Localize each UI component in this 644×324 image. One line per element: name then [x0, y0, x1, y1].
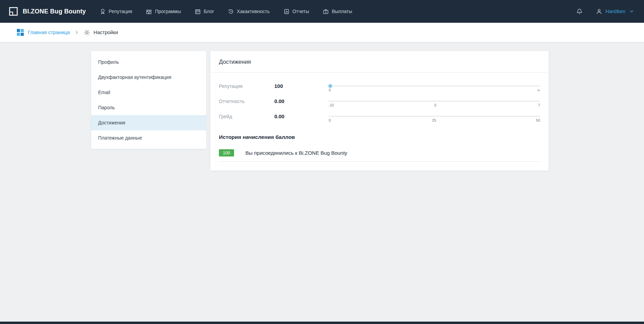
scale-max: 7 — [537, 103, 540, 108]
footer-strip — [0, 322, 644, 324]
metric-value: 0.00 — [274, 98, 329, 104]
nav-item-label: Выплаты — [332, 9, 352, 14]
scale-max: ∞ — [537, 88, 540, 92]
bell-icon — [576, 8, 583, 15]
breadcrumb: Главная страница Настройки — [0, 23, 644, 42]
top-navbar: BI.ZONE Bug Bounty Репутация Программы — [0, 0, 644, 23]
nav-item-label: Отчеты — [293, 9, 309, 14]
report-icon — [284, 9, 289, 14]
nav-item-label: Блог — [204, 9, 214, 14]
points-history-section: История начисления баллов 100 Вы присоед… — [210, 131, 549, 162]
menu-item-2fa[interactable]: Двухфакторная аутентификация — [91, 70, 206, 85]
points-history-title: История начисления баллов — [219, 134, 540, 140]
menu-item-label: Платежные данные — [98, 135, 142, 141]
breadcrumb-home-label: Главная страница — [28, 30, 70, 35]
menu-item-label: Профиль — [98, 59, 119, 65]
user-menu[interactable]: Han0ken — [596, 8, 634, 15]
points-badge: 100 — [219, 149, 234, 156]
metrics-section: Репутация 100 0 ∞ Отчетность 0.00 — [210, 73, 549, 131]
scale-min: 0 — [329, 88, 332, 92]
metric-value: 0.00 — [274, 113, 329, 120]
brand-title: BI.ZONE Bug Bounty — [23, 8, 86, 15]
nav-item-reports[interactable]: Отчеты — [284, 9, 309, 14]
history-entry-text: Вы присоединились к Bi.ZONE Bug Bounty — [245, 150, 347, 156]
slider-scale: -10 0 7 — [329, 103, 540, 108]
content-area: Профиль Двухфакторная аутентификация Ema… — [0, 42, 644, 324]
metric-value: 100 — [274, 83, 329, 89]
menu-item-label: Email — [98, 90, 110, 95]
nav-item-label: Программы — [155, 9, 181, 14]
menu-item-achievements[interactable]: Достижения — [91, 115, 206, 130]
chevron-down-icon — [630, 10, 634, 13]
building-icon — [146, 9, 152, 14]
breadcrumb-current: Настройки — [84, 29, 118, 36]
payments-icon — [323, 9, 329, 14]
menu-item-profile[interactable]: Профиль — [91, 54, 206, 70]
slider-track — [329, 85, 540, 87]
metric-row-reporting: Отчетность 0.00 -10 0 7 — [219, 98, 540, 108]
reputation-slider: 0 ∞ — [329, 83, 540, 92]
achievements-card: Достижения Репутация 100 0 ∞ Отчетн — [210, 51, 549, 171]
username: Han0ken — [605, 9, 625, 14]
slider-scale: 0 25 50 — [329, 118, 540, 123]
scale-mid — [433, 88, 436, 92]
menu-item-password[interactable]: Пароль — [91, 100, 206, 115]
history-icon — [228, 9, 234, 14]
menu-item-label: Пароль — [98, 105, 115, 110]
card-title: Достижения — [210, 51, 549, 73]
bizone-logo-icon — [8, 6, 19, 17]
metric-label: Отчетность — [219, 98, 274, 104]
metric-label: Репутация — [219, 83, 274, 89]
chevron-right-icon — [75, 30, 78, 34]
metric-row-reputation: Репутация 100 0 ∞ — [219, 83, 540, 92]
menu-item-payment-details[interactable]: Платежные данные — [91, 130, 206, 145]
scale-min: -10 — [329, 103, 334, 108]
metric-row-grade: Грейд 0.00 0 25 50 — [219, 113, 540, 123]
breadcrumb-home-link[interactable]: Главная страница — [17, 29, 70, 36]
scale-mid: 0 — [434, 103, 437, 108]
grade-slider: 0 25 50 — [329, 113, 540, 123]
history-entry: 100 Вы присоединились к Bi.ZONE Bug Boun… — [219, 149, 540, 162]
gear-icon — [84, 29, 90, 36]
reporting-slider: -10 0 7 — [329, 98, 540, 108]
scale-max: 50 — [536, 118, 540, 123]
slider-track — [329, 101, 540, 102]
nav-item-blog[interactable]: Блог — [195, 9, 214, 14]
nav-item-label: Хакактивность — [237, 9, 270, 14]
calendar-icon — [195, 9, 201, 14]
scale-mid: 25 — [432, 118, 436, 123]
metric-label: Грейд — [219, 113, 274, 120]
user-icon — [596, 8, 602, 15]
menu-item-email[interactable]: Email — [91, 85, 206, 100]
menu-item-label: Достижения — [98, 120, 125, 125]
slider-thumb[interactable] — [328, 84, 332, 88]
slider-track — [329, 116, 540, 117]
notifications-button[interactable] — [576, 8, 583, 15]
nav-item-hacktivity[interactable]: Хакактивность — [228, 9, 270, 14]
nav-item-payouts[interactable]: Выплаты — [323, 9, 352, 14]
slider-scale: 0 ∞ — [329, 88, 540, 92]
settings-menu: Профиль Двухфакторная аутентификация Ema… — [91, 51, 206, 149]
nav-item-reputation[interactable]: Репутация — [100, 9, 133, 14]
menu-item-label: Двухфакторная аутентификация — [98, 74, 171, 80]
nav-item-programs[interactable]: Программы — [146, 9, 181, 14]
nav-item-label: Репутация — [109, 9, 133, 14]
brand[interactable]: BI.ZONE Bug Bounty — [8, 6, 86, 17]
dashboard-grid-icon — [17, 29, 24, 36]
scale-min: 0 — [329, 118, 332, 123]
breadcrumb-current-label: Настройки — [94, 30, 118, 35]
navbar-right: Han0ken — [576, 8, 634, 15]
main-nav: Репутация Программы Блог — [100, 9, 352, 14]
medal-icon — [100, 9, 106, 14]
